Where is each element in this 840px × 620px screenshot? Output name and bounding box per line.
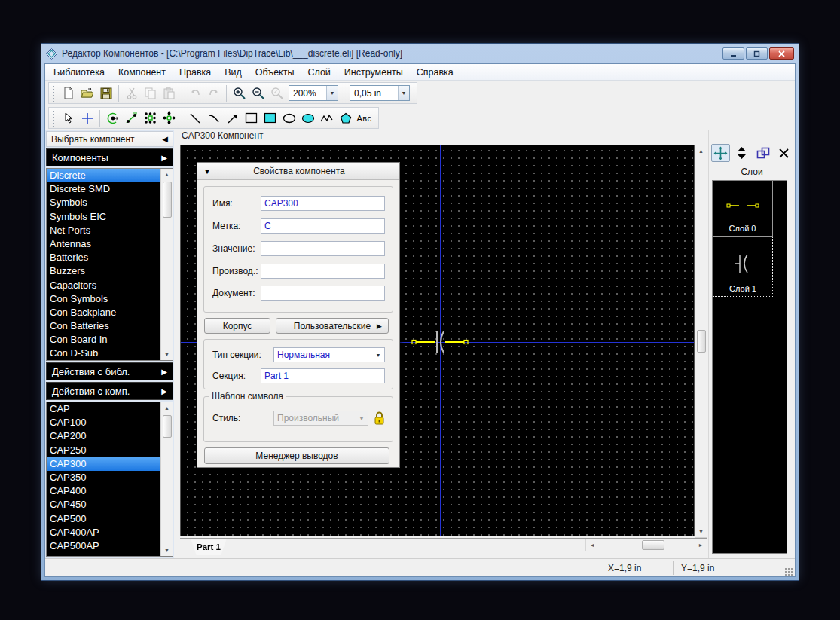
zoom-in-button[interactable]: [230, 84, 249, 102]
component-list-item[interactable]: CAP200: [47, 429, 173, 443]
value-field[interactable]: [261, 241, 385, 256]
component-actions-button[interactable]: Действия с комп. ▶: [46, 382, 173, 400]
pin-array-button[interactable]: [141, 108, 160, 127]
pin-radial-button[interactable]: [160, 108, 179, 127]
copy-button[interactable]: [141, 84, 160, 102]
grid-step-combobox[interactable]: 0,05 in ▼: [350, 85, 410, 101]
components-section-button[interactable]: Компоненты ▶: [46, 148, 173, 166]
scrollbar-thumb[interactable]: [163, 415, 172, 438]
layer-0-thumbnail[interactable]: Слой 0: [713, 181, 773, 237]
dialog-header[interactable]: ▼ Свойства компонента: [197, 163, 399, 180]
draw-rectangle-button[interactable]: [242, 108, 261, 127]
chevron-down-icon[interactable]: ▼: [372, 353, 384, 358]
menu-item[interactable]: Объекты: [249, 64, 301, 80]
library-list-item[interactable]: Capacitors: [47, 279, 173, 292]
component-list-item[interactable]: CAP400: [47, 484, 173, 498]
library-list-item[interactable]: Symbols EIC: [47, 210, 173, 224]
library-list-item[interactable]: Discrete SMD: [47, 182, 173, 196]
layer-groups-button[interactable]: [753, 144, 772, 162]
library-list-scrollbar[interactable]: ▲ ▼: [160, 169, 173, 360]
lock-icon[interactable]: [374, 411, 385, 425]
draw-filled-ellipse-button[interactable]: [298, 108, 317, 127]
draw-line-button[interactable]: [185, 108, 204, 127]
library-list[interactable]: ▲ ▼ DiscreteDiscrete SMDSymbolsSymbols E…: [46, 168, 173, 361]
select-tool-button[interactable]: [59, 108, 78, 127]
save-button[interactable]: [96, 84, 115, 102]
menu-item[interactable]: Правка: [173, 64, 218, 80]
component-list-item[interactable]: CAP300: [47, 457, 173, 471]
layer-1-thumbnail[interactable]: Слой 1: [713, 237, 773, 297]
library-list-item[interactable]: Antennas: [47, 237, 173, 251]
user-fields-button[interactable]: Пользовательские ▶: [276, 318, 389, 334]
scrollbar-thumb[interactable]: [642, 540, 664, 550]
scroll-left-icon[interactable]: ◄: [586, 539, 598, 551]
scroll-up-icon[interactable]: ▲: [695, 145, 707, 157]
library-list-item[interactable]: Discrete: [47, 169, 173, 182]
component-list-scrollbar[interactable]: ▲ ▼: [160, 402, 173, 556]
library-list-item[interactable]: Buzzers: [47, 264, 173, 278]
library-list-item[interactable]: Symbols: [47, 196, 173, 209]
datasheet-field[interactable]: [261, 286, 385, 301]
component-list[interactable]: ▲ ▼ CAPCAP100CAP200CAP250CAP300CAP350CAP…: [46, 402, 173, 557]
pin-manager-button[interactable]: Менеджер выводов: [204, 447, 389, 464]
library-list-item[interactable]: Con Board In: [47, 333, 173, 347]
menu-item[interactable]: Библиотека: [47, 64, 111, 80]
name-field[interactable]: [261, 196, 385, 211]
scroll-up-icon[interactable]: ▲: [161, 169, 173, 180]
menu-item[interactable]: Вид: [218, 64, 249, 80]
schematic-canvas[interactable]: ▼ Свойства компонента Имя: Метка:: [180, 145, 695, 536]
zoom-out-button[interactable]: [249, 84, 267, 102]
redo-button[interactable]: [204, 84, 223, 102]
canvas-horizontal-scrollbar[interactable]: ◄ ►: [585, 539, 707, 551]
section-field[interactable]: [261, 368, 385, 383]
scroll-up-icon[interactable]: ▲: [161, 402, 173, 414]
select-component-header[interactable]: Выбрать компонент ◀: [46, 131, 173, 147]
menu-item[interactable]: Справка: [410, 64, 460, 80]
refdes-field[interactable]: [261, 218, 385, 234]
menu-item[interactable]: Компонент: [111, 64, 173, 80]
section-type-combobox[interactable]: Нормальная ▼: [273, 347, 385, 362]
component-list-item[interactable]: CAP100: [47, 416, 173, 429]
menu-item[interactable]: Слой: [301, 64, 337, 80]
component-list-item[interactable]: CAP500AP: [47, 539, 173, 553]
draw-ellipse-button[interactable]: [279, 108, 298, 127]
draw-polyline-button[interactable]: [317, 108, 336, 127]
component-list-item[interactable]: CAP500: [47, 512, 173, 526]
cut-button[interactable]: [122, 84, 141, 102]
library-list-item[interactable]: Net Ports: [47, 224, 173, 237]
scroll-down-icon[interactable]: ▼: [695, 526, 707, 537]
resize-grip[interactable]: [784, 567, 793, 576]
collapse-dialog-icon[interactable]: ▼: [203, 167, 211, 176]
toolbar-drag-handle[interactable]: [52, 85, 56, 102]
part-tab[interactable]: Part 1: [191, 539, 227, 555]
library-list-item[interactable]: Con Batteries: [47, 319, 173, 333]
open-library-button[interactable]: [78, 84, 96, 102]
menu-item[interactable]: Инструменты: [338, 64, 410, 80]
place-text-button[interactable]: Авс: [355, 108, 374, 127]
scrollbar-thumb[interactable]: [163, 182, 172, 218]
canvas-vertical-scrollbar[interactable]: ▲ ▼: [695, 145, 707, 538]
scrollbar-thumb[interactable]: [697, 330, 706, 353]
pan-tool-button[interactable]: [711, 144, 730, 162]
undo-button[interactable]: [185, 84, 204, 102]
draw-arrow-button[interactable]: [223, 108, 242, 127]
minimize-button[interactable]: [722, 47, 744, 60]
scroll-right-icon[interactable]: ►: [695, 539, 707, 551]
manufacturer-field[interactable]: [261, 264, 385, 279]
library-list-item[interactable]: Con D-Sub: [47, 347, 173, 360]
close-button[interactable]: [769, 47, 794, 60]
scroll-down-icon[interactable]: ▼: [161, 349, 173, 360]
component-list-item[interactable]: CAP450: [47, 498, 173, 512]
draw-polygon-button[interactable]: [336, 108, 355, 127]
library-list-item[interactable]: Con Symbols: [47, 292, 173, 306]
collapse-left-icon[interactable]: ◀: [162, 135, 168, 143]
draw-arc-button[interactable]: [204, 108, 223, 127]
component-list-item[interactable]: CAP: [47, 402, 173, 416]
library-actions-button[interactable]: Действия с библ. ▶: [46, 362, 173, 380]
chevron-down-icon[interactable]: ▼: [398, 86, 409, 100]
component-list-item[interactable]: CAP400AP: [47, 526, 173, 539]
paste-button[interactable]: [160, 84, 179, 102]
scroll-down-icon[interactable]: ▼: [161, 545, 173, 556]
library-list-item[interactable]: Con Backplane: [47, 306, 173, 319]
zoom-mode-button[interactable]: [267, 84, 286, 102]
